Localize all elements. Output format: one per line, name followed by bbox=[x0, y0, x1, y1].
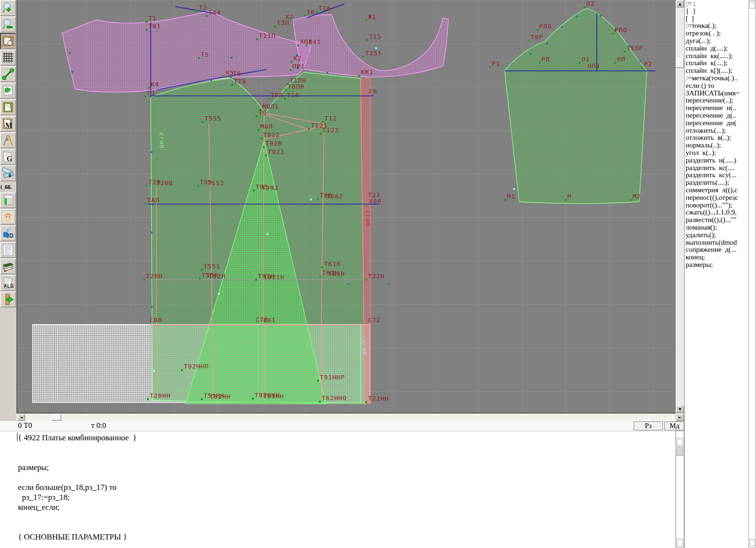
pattern-point-marker[interactable] bbox=[319, 275, 321, 277]
text-document-icon[interactable] bbox=[0, 242, 16, 258]
pattern-point-marker[interactable] bbox=[584, 6, 585, 8]
command-item[interactable]: { } bbox=[685, 8, 748, 15]
pattern-point-marker[interactable] bbox=[366, 39, 368, 41]
alg-sheet-icon[interactable]: ALG bbox=[0, 275, 16, 291]
pattern-point-marker[interactable] bbox=[147, 398, 149, 400]
curve-tick-marker[interactable] bbox=[639, 60, 641, 62]
selected-point-marker[interactable] bbox=[375, 47, 377, 49]
scroll-up-button[interactable]: ▲ bbox=[676, 0, 684, 8]
pattern-point-marker[interactable] bbox=[146, 185, 147, 187]
pattern-point-marker[interactable] bbox=[285, 89, 287, 91]
pattern-point-marker[interactable] bbox=[256, 38, 258, 40]
pattern-point-marker[interactable] bbox=[202, 121, 204, 123]
pattern-point-marker[interactable] bbox=[145, 95, 146, 97]
pattern-point-marker[interactable] bbox=[641, 67, 643, 68]
pattern-point-marker[interactable] bbox=[201, 269, 203, 271]
pattern-point-marker[interactable] bbox=[308, 128, 310, 130]
pattern-point-marker[interactable] bbox=[358, 75, 360, 77]
command-item[interactable]: конец; bbox=[685, 254, 748, 261]
command-item[interactable]: нормаль(..); bbox=[685, 142, 748, 149]
command-scroll-down-button[interactable]: ˇ bbox=[749, 539, 755, 546]
pattern-point-marker[interactable] bbox=[144, 203, 146, 205]
pattern-point-marker[interactable] bbox=[612, 33, 614, 34]
command-item[interactable]: пересечение(..); bbox=[685, 97, 748, 104]
exit-icon[interactable] bbox=[0, 291, 16, 308]
command-item[interactable]: перенос((),отрезс bbox=[685, 194, 748, 202]
pattern-point-marker[interactable] bbox=[504, 199, 506, 201]
curve-tick-marker[interactable] bbox=[210, 79, 212, 81]
pattern-point-marker[interactable] bbox=[230, 76, 232, 78]
command-item[interactable]: развести((),()..,"" bbox=[685, 216, 748, 224]
pattern-point-marker[interactable] bbox=[290, 69, 292, 71]
canvas-vscrollbar[interactable]: ▲ ▼ bbox=[676, 0, 684, 413]
curve-tick-marker[interactable] bbox=[530, 53, 532, 55]
grid-icon[interactable] bbox=[0, 50, 16, 66]
editor-scroll-down-button[interactable]: ˇ bbox=[677, 539, 683, 547]
pattern-point-marker[interactable] bbox=[253, 189, 255, 191]
command-item[interactable]: размеры; bbox=[685, 261, 748, 269]
pattern-canvas[interactable]: Т1Т01Т3Т44ХПЛТ41Т5К4Г1К5Т8ТТ8Х2Т3ПТ6Т16Т… bbox=[17, 0, 675, 413]
canvas-vscroll-thumb[interactable] bbox=[676, 58, 684, 68]
photo-icon[interactable] bbox=[0, 209, 16, 225]
command-item[interactable]: := ; bbox=[685, 0, 748, 8]
command-item[interactable]: :=метка(точка(.).. bbox=[685, 75, 748, 82]
selected-point-marker[interactable] bbox=[513, 188, 515, 190]
pattern-point-marker[interactable] bbox=[268, 98, 270, 100]
command-item[interactable]: сплайн д(....); bbox=[685, 45, 748, 52]
pattern-point-marker[interactable] bbox=[146, 21, 147, 23]
curve-tick-marker[interactable] bbox=[326, 72, 328, 74]
rulers-icon[interactable]: 8 bbox=[0, 165, 16, 181]
canvas-hscrollbar[interactable]: ◄ bbox=[17, 414, 675, 421]
curve-tick-marker[interactable] bbox=[69, 52, 71, 54]
pattern-point-marker[interactable] bbox=[319, 133, 321, 135]
curve-tick-marker[interactable] bbox=[231, 57, 232, 59]
pattern-point-marker[interactable] bbox=[321, 266, 323, 268]
pattern-point-marker[interactable] bbox=[365, 401, 367, 403]
command-item[interactable]: разделить ксу(... bbox=[685, 171, 748, 179]
command-item[interactable]: :=точка(.); bbox=[685, 22, 748, 30]
pattern-point-marker[interactable] bbox=[260, 137, 262, 139]
segment-tool-icon[interactable] bbox=[0, 66, 16, 82]
command-item[interactable]: сжать(()..,1.1,0.9, bbox=[685, 209, 748, 216]
command-list-scrollbar[interactable]: ˆ ˇ bbox=[748, 0, 756, 548]
program-editor[interactable]: { 4922 Платье комбинированное }размеры;е… bbox=[0, 431, 675, 548]
pattern-point-marker[interactable] bbox=[319, 401, 321, 402]
command-item[interactable]: разделить(....); bbox=[685, 179, 748, 187]
pattern-point-marker[interactable] bbox=[366, 204, 368, 206]
zoom-out-icon[interactable] bbox=[0, 17, 16, 33]
pattern-point-marker[interactable] bbox=[489, 66, 491, 68]
command-item[interactable]: отрезок( . ); bbox=[685, 30, 748, 37]
curve-tick-marker[interactable] bbox=[71, 71, 73, 73]
sheet-preview-icon[interactable] bbox=[0, 33, 16, 49]
curve-tick-marker[interactable] bbox=[151, 231, 153, 233]
pattern-point-marker[interactable] bbox=[206, 15, 207, 17]
pattern-point-marker[interactable] bbox=[252, 398, 254, 400]
command-item[interactable]: ЗАПИСАТЬ(имя= bbox=[685, 90, 748, 97]
pattern-point-marker[interactable] bbox=[297, 44, 299, 46]
curve-tick-marker[interactable] bbox=[546, 43, 548, 44]
selected-point-marker[interactable] bbox=[310, 198, 312, 200]
editor-scroll-up-button[interactable]: ˆ bbox=[677, 438, 683, 445]
curve-tick-marker[interactable] bbox=[600, 15, 601, 17]
command-scroll-up-button[interactable]: ˆ bbox=[749, 1, 755, 9]
pattern-point-marker[interactable] bbox=[614, 62, 616, 64]
3d-icon[interactable]: 3D bbox=[0, 225, 16, 241]
command-item[interactable]: сплайн кк(.....); bbox=[685, 52, 748, 60]
pattern-point-marker[interactable] bbox=[579, 62, 581, 64]
pattern-point-marker[interactable] bbox=[317, 380, 319, 382]
pattern-point-marker[interactable] bbox=[256, 115, 258, 117]
command-item[interactable]: пересечение д(.. bbox=[685, 112, 748, 120]
pattern-point-marker[interactable] bbox=[274, 26, 276, 27]
books-icon[interactable] bbox=[0, 258, 16, 274]
command-item[interactable]: ломаная(); bbox=[685, 224, 748, 231]
editor-scroll-thumb[interactable] bbox=[677, 446, 683, 456]
pattern-point-marker[interactable] bbox=[284, 98, 286, 100]
pattern-point-marker[interactable] bbox=[536, 29, 538, 31]
pattern-point-marker[interactable] bbox=[365, 279, 367, 281]
scroll-left-button[interactable]: ◄ bbox=[17, 414, 25, 421]
pattern-point-marker[interactable] bbox=[197, 185, 199, 187]
selected-point-marker[interactable] bbox=[218, 293, 220, 295]
pattern-point-marker[interactable] bbox=[231, 84, 233, 86]
command-item[interactable]: выполнить(dmod bbox=[685, 239, 748, 247]
scroll-down-button[interactable]: ▼ bbox=[676, 405, 684, 413]
